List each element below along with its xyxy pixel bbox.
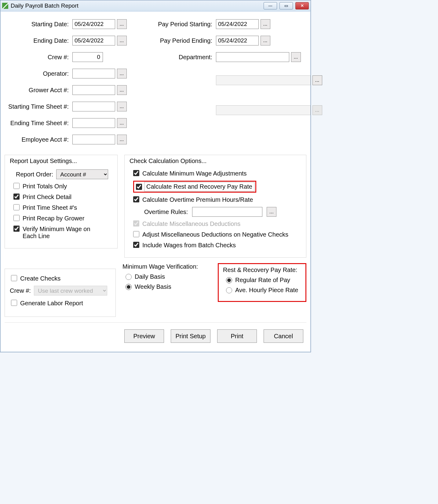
maximize-button[interactable]: ▭ bbox=[279, 2, 293, 9]
grower-acct-picker-button[interactable]: ... bbox=[117, 85, 127, 95]
minimize-button[interactable]: — bbox=[264, 2, 277, 9]
grower-acct-input[interactable] bbox=[72, 85, 115, 95]
label-operator: Operator: bbox=[5, 70, 69, 77]
ending-ts-input[interactable] bbox=[72, 118, 115, 128]
report-layout-title: Report Layout Settings... bbox=[10, 158, 112, 166]
ending-date-picker-button[interactable]: ... bbox=[117, 36, 127, 45]
pay-period-start-picker-button[interactable]: ... bbox=[261, 19, 270, 29]
department-picker-button[interactable]: ... bbox=[291, 52, 301, 62]
label-employee-acct: Employee Acct #: bbox=[5, 136, 69, 143]
dialog-body: Starting Date: ... Ending Date: ... Crew… bbox=[1, 12, 310, 351]
min-wage-verif-title: Minimum Wage Verification: bbox=[122, 263, 211, 270]
department-input[interactable] bbox=[216, 52, 289, 62]
report-order-label: Report Order: bbox=[16, 171, 53, 178]
grower-name-display bbox=[216, 75, 311, 85]
crew-hash-label: Crew #: bbox=[10, 287, 31, 294]
min-wage-verif-group: Minimum Wage Verification: Daily Basis W… bbox=[122, 263, 211, 293]
check-calc-title: Check Calculation Options... bbox=[130, 158, 301, 166]
label-grower-acct: Grower Acct #: bbox=[5, 87, 69, 94]
calc-ot-checkbox[interactable] bbox=[133, 196, 139, 202]
window-frame: Daily Payroll Batch Report — ▭ ✕ Startin… bbox=[0, 0, 311, 352]
calc-min-wage-checkbox[interactable] bbox=[133, 170, 139, 176]
label-crew-number: Crew #: bbox=[5, 54, 69, 61]
label-pay-period-end: Pay Period Ending: bbox=[151, 37, 212, 44]
pay-period-end-picker-button[interactable]: ... bbox=[261, 36, 270, 45]
ot-rules-label: Overtime Rules: bbox=[144, 208, 188, 216]
calc-rest-recovery-label: Calculate Rest and Recovery Pay Rate bbox=[145, 183, 254, 190]
window-title: Daily Payroll Batch Report bbox=[11, 2, 264, 9]
mwv-daily-radio[interactable] bbox=[126, 274, 132, 280]
rr-avg-piece-radio[interactable] bbox=[226, 287, 232, 293]
label-ending-ts: Ending Time Sheet #: bbox=[5, 120, 69, 127]
crew-number-input[interactable] bbox=[72, 52, 103, 62]
calc-misc-ded-checkbox bbox=[133, 220, 139, 227]
rest-recovery-title: Rest & Recovery Pay Rate: bbox=[223, 267, 301, 274]
starting-ts-input[interactable] bbox=[72, 102, 115, 111]
label-starting-date: Starting Date: bbox=[5, 21, 69, 28]
starting-ts-picker-button[interactable]: ... bbox=[117, 102, 127, 111]
ending-ts-picker-button[interactable]: ... bbox=[117, 118, 127, 128]
crew-hash-select: Use last crew worked bbox=[34, 286, 107, 296]
operator-picker-button[interactable]: ... bbox=[117, 69, 127, 78]
verify-min-wage-line-checkbox[interactable] bbox=[13, 226, 20, 232]
cancel-button[interactable]: Cancel bbox=[264, 329, 303, 343]
label-ending-date: Ending Date: bbox=[5, 37, 69, 44]
print-setup-button[interactable]: Print Setup bbox=[171, 329, 210, 343]
pay-period-end-input[interactable] bbox=[216, 36, 259, 45]
report-order-select[interactable]: Account # bbox=[56, 169, 108, 179]
label-department: Department: bbox=[151, 54, 212, 61]
app-icon bbox=[2, 3, 8, 9]
include-batch-checks-checkbox[interactable] bbox=[133, 242, 139, 248]
ot-rules-input[interactable] bbox=[192, 207, 262, 217]
ot-rules-picker-button[interactable]: ... bbox=[267, 207, 276, 217]
check-calc-group: Check Calculation Options... Calculate M… bbox=[124, 155, 306, 258]
create-checks-checkbox[interactable] bbox=[11, 275, 17, 281]
rest-recovery-group: Rest & Recovery Pay Rate: Regular Rate o… bbox=[218, 263, 306, 302]
grower-name-picker-button[interactable]: ... bbox=[312, 75, 322, 85]
operator-input[interactable] bbox=[72, 69, 115, 78]
rr-regular-radio[interactable] bbox=[226, 277, 232, 283]
preview-button[interactable]: Preview bbox=[124, 329, 164, 343]
employee-acct-picker-button[interactable]: ... bbox=[117, 135, 127, 144]
starting-date-input[interactable] bbox=[72, 19, 115, 29]
create-checks-group: Create Checks Crew #: Use last crew work… bbox=[5, 269, 116, 317]
print-check-detail-checkbox[interactable] bbox=[13, 194, 20, 200]
label-starting-ts: Starting Time Sheet #: bbox=[5, 103, 69, 110]
pay-period-start-input[interactable] bbox=[216, 19, 259, 29]
calc-rest-recovery-checkbox[interactable] bbox=[136, 184, 142, 190]
titlebar: Daily Payroll Batch Report — ▭ ✕ bbox=[0, 0, 311, 11]
print-ts-numbers-checkbox[interactable] bbox=[13, 204, 20, 210]
report-layout-group: Report Layout Settings... Report Order: … bbox=[5, 155, 118, 248]
employee-name-picker-button: ... bbox=[312, 105, 322, 115]
starting-date-picker-button[interactable]: ... bbox=[117, 19, 127, 29]
ending-date-input[interactable] bbox=[72, 36, 115, 45]
adjust-misc-neg-checkbox[interactable] bbox=[133, 231, 139, 237]
employee-acct-input[interactable] bbox=[72, 135, 115, 144]
print-totals-only-checkbox[interactable] bbox=[13, 183, 20, 189]
employee-name-display bbox=[216, 105, 311, 115]
generate-labor-report-checkbox[interactable] bbox=[11, 300, 17, 306]
label-pay-period-start: Pay Period Starting: bbox=[151, 21, 212, 28]
print-recap-grower-checkbox[interactable] bbox=[13, 215, 20, 221]
footer-buttons: Preview Print Setup Print Cancel bbox=[5, 322, 306, 348]
print-button[interactable]: Print bbox=[217, 329, 257, 343]
calc-rest-recovery-highlight: Calculate Rest and Recovery Pay Rate bbox=[133, 181, 256, 193]
mwv-weekly-radio[interactable] bbox=[126, 284, 132, 290]
close-button[interactable]: ✕ bbox=[295, 2, 309, 9]
